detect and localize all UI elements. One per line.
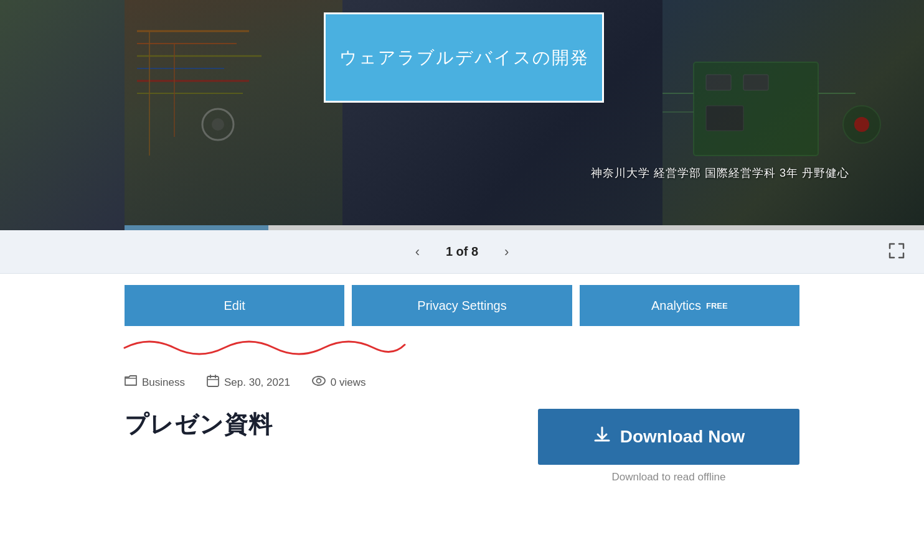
slide-blue-card: ウェアラブルデバイスの開発 — [324, 12, 604, 103]
date-item: Sep. 30, 2021 — [207, 375, 290, 390]
annotation-squiggle — [0, 326, 924, 363]
svg-point-9 — [212, 118, 224, 131]
slide-subtitle-japanese: 神奈川大学 経営学部 国際経営学科 3年 丹野健心 — [591, 166, 849, 180]
edit-button[interactable]: Edit — [125, 285, 344, 326]
squiggle-svg — [118, 329, 411, 360]
fullscreen-icon — [888, 242, 905, 259]
svg-rect-11 — [706, 75, 731, 90]
category-item: Business — [125, 375, 185, 390]
download-button-label: Download Now — [620, 427, 745, 447]
eye-svg — [312, 376, 326, 386]
svg-rect-13 — [706, 106, 743, 131]
circuit-board-decoration — [662, 0, 924, 230]
download-section: Download Now Download to read offline — [538, 409, 799, 483]
next-page-button[interactable]: › — [499, 241, 514, 263]
svg-rect-12 — [743, 75, 768, 90]
page-indicator: 1 of 8 — [437, 245, 487, 259]
analytics-label: Analytics — [651, 299, 701, 313]
folder-icon — [125, 375, 137, 390]
analytics-free-badge: FREE — [706, 301, 728, 310]
slide-progress-fill — [125, 225, 268, 230]
svg-point-24 — [316, 379, 321, 383]
main-content-row: プレゼン資料 Download Now Download to read off… — [0, 396, 924, 490]
meta-info-row: Business Sep. 30, 2021 0 views — [0, 363, 924, 396]
slide-title-japanese: ウェアラブルデバイスの開発 — [339, 46, 589, 70]
prev-page-button[interactable]: ‹ — [410, 241, 425, 263]
fullscreen-button[interactable] — [888, 242, 905, 262]
wires-decoration — [125, 0, 342, 230]
slide-progress-bar — [125, 225, 924, 230]
svg-rect-19 — [207, 376, 219, 386]
svg-point-15 — [854, 117, 869, 132]
svg-point-23 — [313, 376, 325, 385]
slide-preview: ウェアラブルデバイスの開発 神奈川大学 経営学部 国際経営学科 3年 丹野健心 — [0, 0, 924, 230]
analytics-button[interactable]: AnalyticsFREE — [580, 285, 799, 326]
category-label: Business — [142, 376, 185, 389]
download-now-button[interactable]: Download Now — [538, 409, 799, 465]
nav-center-controls: ‹ 1 of 8 › — [410, 241, 514, 263]
action-buttons-row: Edit Privacy Settings AnalyticsFREE — [0, 274, 924, 326]
download-subtitle: Download to read offline — [611, 471, 725, 483]
slide-navigation-bar: ‹ 1 of 8 › — [0, 230, 924, 274]
download-svg — [593, 426, 611, 444]
calendar-icon — [207, 375, 219, 390]
privacy-settings-button[interactable]: Privacy Settings — [352, 285, 572, 326]
document-title: プレゼン資料 — [125, 409, 273, 441]
views-label: 0 views — [331, 376, 366, 389]
eye-icon — [312, 376, 326, 389]
views-item: 0 views — [312, 376, 366, 389]
calendar-svg — [207, 375, 219, 387]
download-icon — [593, 426, 611, 449]
date-label: Sep. 30, 2021 — [224, 376, 290, 389]
folder-svg — [125, 375, 137, 386]
